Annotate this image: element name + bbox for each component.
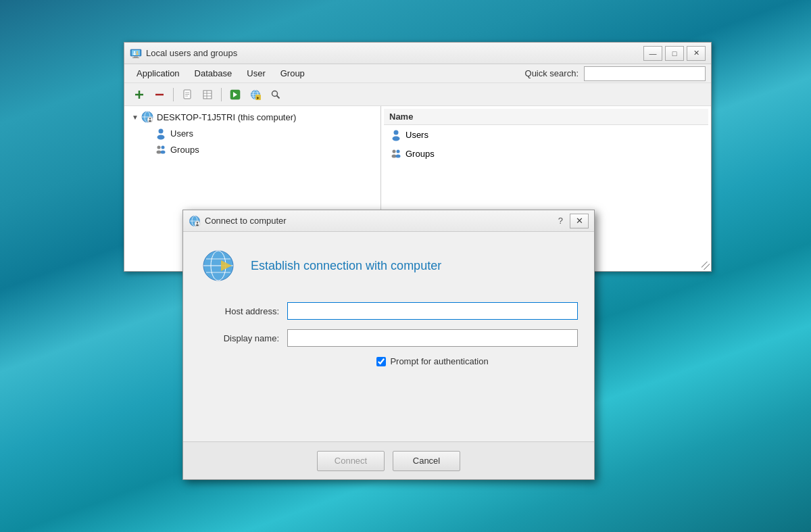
svg-point-37 — [157, 135, 165, 140]
svg-point-42 — [394, 130, 399, 135]
title-controls: — □ ✕ — [643, 46, 706, 61]
right-users-label: Users — [406, 130, 428, 140]
arrow-button[interactable] — [226, 86, 245, 103]
connect-dialog: Connect to computer ? ✕ Establish connec… — [182, 210, 595, 480]
doc-button[interactable] — [178, 86, 197, 103]
svg-rect-2 — [134, 56, 138, 57]
svg-line-29 — [277, 95, 280, 98]
user-icon — [154, 126, 168, 140]
toolbar-separator-1 — [173, 88, 174, 101]
minimize-button[interactable]: — — [643, 46, 662, 61]
svg-point-41 — [161, 151, 166, 154]
remove-icon — [154, 89, 165, 100]
connect-icon — [250, 89, 261, 100]
table-button[interactable] — [198, 86, 217, 103]
svg-point-52 — [197, 222, 198, 223]
quick-search-input[interactable] — [584, 66, 706, 81]
right-groups-item[interactable]: Groups — [384, 144, 708, 163]
doc-icon — [182, 89, 193, 100]
prompt-auth-row: Prompt for authentication — [287, 356, 578, 366]
svg-point-28 — [272, 91, 278, 96]
menu-user[interactable]: User — [240, 67, 272, 80]
right-panel-header: Name — [384, 109, 708, 125]
table-icon — [202, 89, 213, 100]
dialog-header-icon — [199, 245, 240, 286]
dialog-title-text: Connect to computer — [205, 216, 287, 226]
svg-point-5 — [133, 53, 136, 54]
tree-computer-label: DESKTOP-T1J5TRI (this computer) — [157, 112, 296, 122]
computer-icon — [141, 110, 154, 124]
tree-groups-item[interactable]: Groups — [151, 141, 378, 158]
svg-point-44 — [393, 150, 396, 153]
host-address-input[interactable] — [287, 302, 578, 320]
svg-point-35 — [149, 120, 151, 122]
dialog-app-icon — [189, 215, 201, 227]
add-icon — [134, 89, 145, 100]
svg-point-39 — [157, 151, 162, 154]
app-icon — [130, 47, 142, 59]
display-name-label: Display name: — [199, 333, 287, 343]
svg-point-36 — [159, 129, 164, 134]
tree-groups-label: Groups — [170, 145, 199, 155]
svg-point-7 — [136, 53, 139, 54]
svg-point-43 — [393, 137, 400, 141]
tree-users-label: Users — [170, 128, 193, 139]
search-button[interactable] — [266, 86, 285, 103]
tree-chevron: ▼ — [130, 112, 141, 122]
toolbar-separator-2 — [221, 88, 222, 101]
dialog-footer: Connect Cancel — [183, 441, 594, 479]
tree-users-item[interactable]: Users — [151, 125, 378, 141]
svg-rect-15 — [203, 91, 212, 99]
main-title-bar: Local users and groups — □ ✕ — [124, 43, 711, 64]
tree-computer-item[interactable]: ▼ DESKTOP-T1J5TRI (this computer) — [127, 109, 378, 125]
host-address-row: Host address: — [199, 302, 578, 320]
cancel-button[interactable]: Cancel — [393, 451, 460, 471]
remove-button[interactable] — [150, 86, 169, 103]
svg-point-45 — [392, 155, 397, 158]
right-groups-icon — [389, 147, 403, 160]
dialog-content: Establish connection with computer Host … — [183, 232, 594, 380]
svg-point-4 — [134, 51, 135, 52]
title-bar-left: Local users and groups — [130, 47, 237, 59]
main-window-title: Local users and groups — [146, 48, 237, 58]
search-icon — [270, 89, 281, 100]
dialog-title-bar: Connect to computer ? ✕ — [183, 210, 594, 232]
quick-search-label: Quick search: — [525, 68, 579, 78]
dialog-close-button[interactable]: ✕ — [570, 214, 589, 228]
add-button[interactable] — [130, 86, 149, 103]
menu-database[interactable]: Database — [188, 67, 239, 80]
dialog-title-left: Connect to computer — [189, 215, 287, 227]
groups-icon — [154, 143, 168, 156]
prompt-auth-checkbox[interactable] — [376, 357, 386, 366]
menu-application[interactable]: Application — [130, 67, 187, 80]
scroll-grip — [702, 262, 710, 270]
dialog-header: Establish connection with computer — [199, 245, 578, 286]
menu-bar: Application Database User Group Quick se… — [124, 64, 711, 83]
right-users-item[interactable]: Users — [384, 125, 708, 144]
display-name-input[interactable] — [287, 329, 578, 347]
svg-rect-3 — [132, 57, 139, 58]
prompt-auth-label[interactable]: Prompt for authentication — [390, 356, 488, 366]
arrow-icon — [230, 89, 241, 100]
quick-search-area: Quick search: — [525, 66, 706, 81]
maximize-button[interactable]: □ — [665, 46, 684, 61]
svg-point-6 — [137, 51, 138, 52]
connect-button[interactable] — [246, 86, 265, 103]
dialog-help-button[interactable]: ? — [554, 216, 567, 226]
right-user-icon — [389, 128, 403, 141]
menu-group[interactable]: Group — [274, 67, 312, 80]
menu-items: Application Database User Group — [130, 67, 312, 80]
toolbar — [124, 83, 711, 106]
svg-point-38 — [157, 146, 161, 149]
svg-point-53 — [196, 224, 199, 225]
close-button[interactable]: ✕ — [687, 46, 706, 61]
svg-point-34 — [149, 118, 151, 119]
svg-rect-1 — [132, 50, 140, 55]
svg-point-40 — [162, 146, 165, 149]
svg-point-47 — [396, 155, 401, 158]
host-address-label: Host address: — [199, 306, 287, 316]
tree-children: Users Groups — [127, 125, 378, 158]
right-groups-label: Groups — [406, 149, 435, 159]
connect-button[interactable]: Connect — [317, 451, 385, 471]
display-name-row: Display name: — [199, 329, 578, 347]
